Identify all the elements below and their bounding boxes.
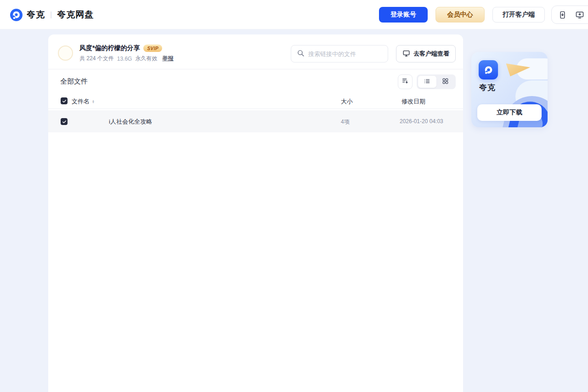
- share-validity: 永久有效: [135, 55, 157, 62]
- download-now-button[interactable]: 立即下载: [477, 104, 542, 121]
- share-meta: 共 224 个文件 13.6G 永久有效 举报: [79, 55, 173, 62]
- monitor-icon: [402, 50, 410, 58]
- share-header: 风度*偏的柠檬的分享 SVIP 共 224 个文件 13.6G 永久有效 举报: [48, 34, 463, 69]
- filename-sort-arrows-icon: ▲▼: [92, 100, 95, 103]
- vip-center-button[interactable]: 会员中心: [435, 7, 485, 23]
- file-row[interactable]: i人社会化全攻略 4项 2026-01-20 04:03: [48, 110, 463, 132]
- desktop-download-icon[interactable]: [575, 11, 584, 19]
- row-checkbox[interactable]: [61, 118, 68, 125]
- view-in-client-button[interactable]: 去客户端查看: [396, 45, 456, 62]
- search-box: [291, 45, 388, 62]
- mobile-download-icon[interactable]: [558, 11, 567, 19]
- quark-app-icon: [479, 60, 498, 80]
- app-promo-card[interactable]: 夸克 立即下载: [471, 52, 548, 127]
- report-link[interactable]: 举报: [162, 55, 173, 62]
- share-file-count: 共 224 个文件: [79, 55, 114, 62]
- promo-app-name: 夸克: [479, 82, 496, 93]
- section-title: 全部文件: [60, 77, 88, 86]
- share-panel: 风度*偏的柠檬的分享 SVIP 共 224 个文件 13.6G 永久有效 举报: [48, 34, 463, 392]
- select-all-checkbox[interactable]: [61, 97, 68, 104]
- files-toolbar: 全部文件: [48, 69, 463, 94]
- list-view-icon: [424, 78, 430, 86]
- list-view-button[interactable]: [418, 76, 436, 88]
- login-button[interactable]: 登录账号: [379, 7, 428, 23]
- view-mode-toggle: [417, 74, 456, 89]
- quark-logo-icon: [10, 9, 23, 21]
- share-title: 风度*偏的柠檬的分享: [79, 44, 140, 52]
- grid-view-icon: [442, 78, 449, 86]
- sort-order-icon: [401, 77, 409, 86]
- search-icon: [297, 49, 305, 59]
- view-in-client-label: 去客户端查看: [413, 50, 449, 58]
- svip-badge: SVIP: [143, 45, 162, 52]
- column-header-filename[interactable]: 文件名 ▲▼: [72, 97, 95, 106]
- brand-product-name: 夸克网盘: [57, 9, 94, 21]
- download-apps-group: [551, 6, 588, 24]
- grid-view-button[interactable]: [436, 76, 455, 88]
- file-size: 4项: [341, 118, 350, 126]
- file-name[interactable]: i人社会化全攻略: [109, 118, 152, 126]
- brand-name: 夸克: [27, 9, 45, 21]
- share-total-size: 13.6G: [117, 56, 132, 62]
- sharer-avatar: [58, 45, 73, 61]
- column-filename-label: 文件名: [72, 97, 90, 106]
- brand: 夸克 | 夸克网盘: [10, 0, 94, 29]
- column-header-size: 大小: [341, 97, 353, 106]
- file-modified-date: 2026-01-20 04:03: [400, 118, 443, 125]
- file-table-header: 文件名 ▲▼ 大小 修改日期: [48, 94, 463, 109]
- folder-icon: [83, 114, 97, 129]
- open-client-button[interactable]: 打开客户端: [492, 7, 545, 23]
- column-header-modified: 修改日期: [401, 97, 425, 106]
- search-input[interactable]: [308, 51, 377, 57]
- sort-order-button[interactable]: [398, 74, 413, 89]
- brand-divider: |: [50, 11, 52, 19]
- top-header: 夸克 | 夸克网盘 登录账号 会员中心 打开客户端: [0, 0, 588, 29]
